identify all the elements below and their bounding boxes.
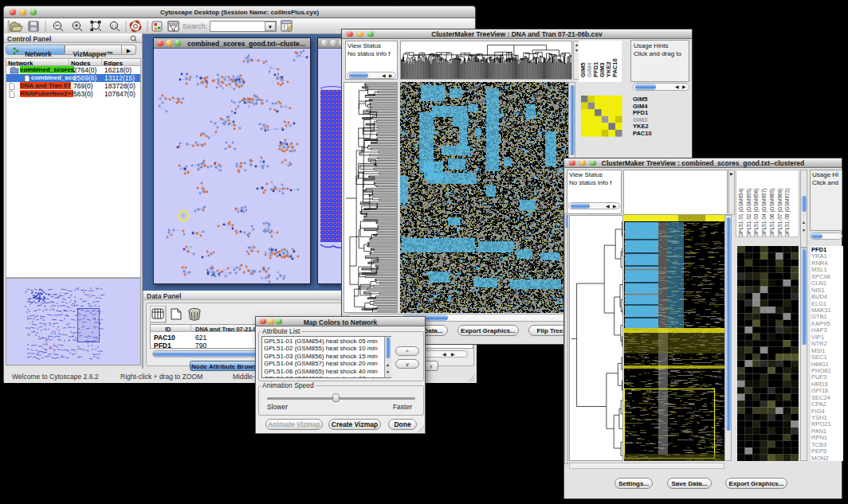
svg-text:1:1: 1:1: [112, 24, 117, 29]
svg-text:Search:: Search:: [183, 22, 207, 30]
